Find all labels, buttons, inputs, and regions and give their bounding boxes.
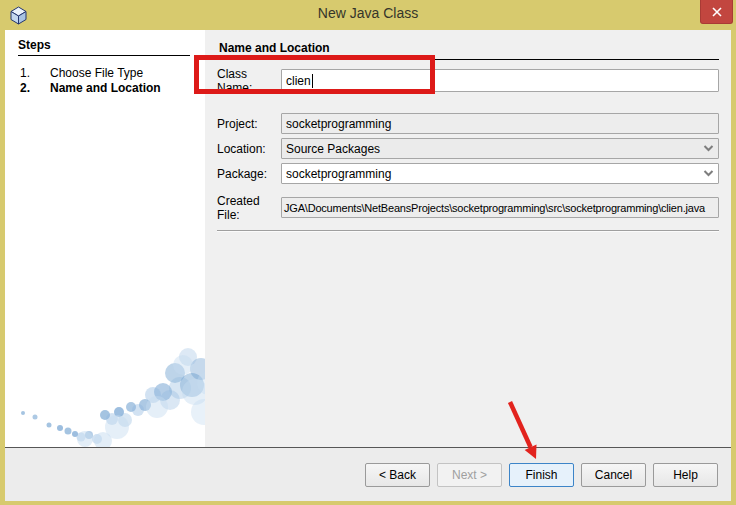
finish-button[interactable]: Finish — [509, 463, 574, 487]
package-combobox[interactable]: socketprogramming — [281, 163, 719, 184]
project-value: socketprogramming — [286, 117, 391, 131]
horizontal-separator — [217, 230, 719, 232]
close-button[interactable] — [700, 0, 733, 24]
cancel-button[interactable]: Cancel — [581, 463, 646, 487]
created-file-label: Created File: — [217, 194, 281, 222]
steps-panel: Steps 1. Choose File Type 2. Name and Lo… — [5, 30, 205, 447]
steps-heading: Steps — [18, 38, 190, 56]
button-bar: < Back Next > Finish Cancel Help — [5, 447, 731, 501]
package-row: Package: socketprogramming — [217, 163, 719, 184]
chevron-down-icon — [703, 170, 714, 177]
step-number: 1. — [20, 66, 50, 81]
name-and-location-panel: Name and Location Class Name: clien Proj… — [205, 30, 731, 447]
next-button: Next > — [437, 463, 502, 487]
step-item-name-and-location: 2. Name and Location — [20, 81, 161, 96]
window-title: New Java Class — [0, 5, 736, 21]
help-button[interactable]: Help — [653, 463, 718, 487]
created-file-field: JGA\Documents\NetBeansProjects\socketpro… — [281, 197, 719, 218]
back-button[interactable]: < Back — [365, 463, 430, 487]
created-file-row: Created File: JGA\Documents\NetBeansProj… — [217, 197, 719, 218]
class-name-label: Class Name: — [217, 67, 281, 95]
location-row: Location: Source Packages — [217, 138, 719, 159]
step-number: 2. — [20, 81, 50, 96]
step-item-choose-file-type: 1. Choose File Type — [20, 66, 161, 81]
project-field: socketprogramming — [281, 113, 719, 134]
new-java-class-dialog: New Java Class Steps 1. Choose File Type… — [0, 0, 736, 505]
panel-heading: Name and Location — [219, 41, 719, 60]
location-combobox[interactable]: Source Packages — [281, 138, 719, 159]
text-caret — [312, 74, 313, 88]
created-file-value: JGA\Documents\NetBeansProjects\socketpro… — [284, 202, 705, 214]
project-row: Project: socketprogramming — [217, 113, 719, 134]
class-name-input[interactable]: clien — [281, 69, 719, 92]
close-icon — [712, 7, 722, 17]
location-label: Location: — [217, 142, 281, 156]
package-label: Package: — [217, 167, 281, 181]
bubbles-decoration — [5, 327, 205, 447]
chevron-down-icon — [703, 145, 714, 152]
title-bar[interactable]: New Java Class — [0, 0, 736, 30]
class-name-value: clien — [286, 74, 311, 88]
class-name-row: Class Name: clien — [217, 69, 719, 92]
step-label: Name and Location — [50, 81, 161, 96]
project-label: Project: — [217, 117, 281, 131]
package-value: socketprogramming — [286, 167, 391, 181]
location-value: Source Packages — [286, 142, 380, 156]
steps-list: 1. Choose File Type 2. Name and Location — [20, 66, 161, 96]
step-label: Choose File Type — [50, 66, 143, 81]
